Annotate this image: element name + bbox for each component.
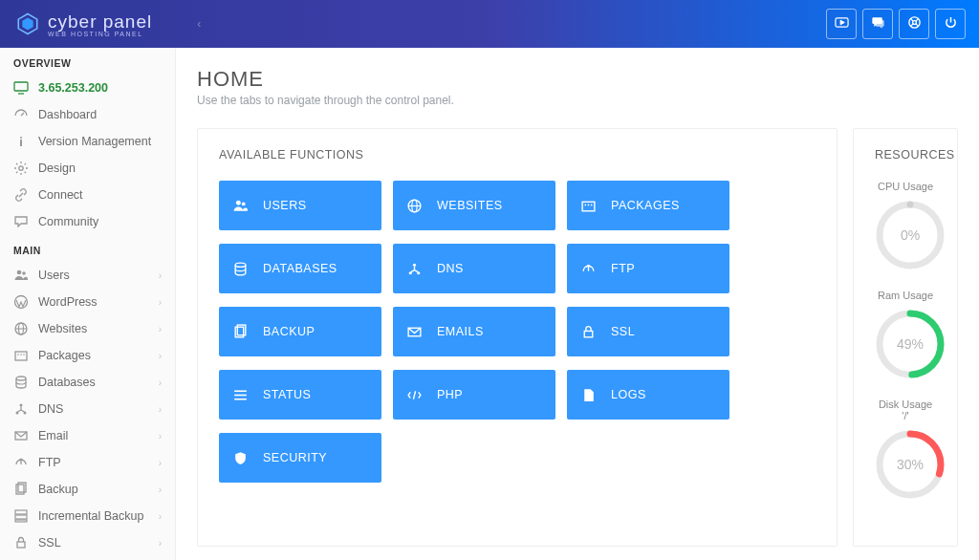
gauge-label: Ram Usage [875, 290, 936, 301]
power-button[interactable] [935, 9, 966, 39]
function-tile-backup[interactable]: BACKUP [219, 307, 381, 356]
sidebar-item-label: Databases [38, 376, 96, 389]
sidebar-item-label: Dashboard [38, 108, 97, 121]
svg-point-45 [591, 204, 593, 205]
function-tile-users[interactable]: USERS [219, 181, 381, 230]
svg-point-46 [235, 263, 246, 267]
function-tile-logs[interactable]: LOGS [567, 370, 729, 420]
sidebar-item-email[interactable]: Email› [0, 422, 175, 449]
chat-button[interactable] [862, 9, 893, 39]
sidebar-item-websites[interactable]: Websites› [0, 315, 175, 342]
sidebar-item-users[interactable]: Users› [0, 262, 175, 289]
svg-marker-3 [840, 20, 844, 25]
svg-point-43 [584, 204, 586, 205]
page-title: HOME [197, 67, 958, 92]
chevron-right-icon: › [159, 377, 162, 388]
function-tile-packages[interactable]: PACKAGES [567, 181, 729, 230]
sidebar-item-design[interactable]: Design [0, 155, 175, 182]
sidebar-item-version-management[interactable]: Version Management [0, 128, 175, 155]
function-tile-label: BACKUP [263, 325, 315, 338]
sidebar-item-databases[interactable]: Databases› [0, 369, 175, 396]
chevron-right-icon: › [159, 270, 162, 281]
function-tile-security[interactable]: SECURITY [219, 433, 381, 483]
backup-icon [13, 482, 29, 497]
support-button[interactable] [899, 9, 929, 39]
chevron-right-icon: › [159, 538, 162, 549]
support-icon [907, 15, 922, 32]
svg-rect-33 [15, 510, 27, 514]
sidebar-item-ssl[interactable]: SSL› [0, 529, 175, 556]
globe-icon [406, 198, 425, 214]
svg-point-23 [17, 354, 19, 355]
svg-point-13 [20, 137, 22, 139]
svg-line-6 [910, 18, 913, 21]
resources-heading: RESOURCES [875, 148, 936, 162]
sidebar-item-label: DNS [38, 402, 63, 416]
svg-line-9 [915, 24, 918, 27]
sidebar-item-label: 3.65.253.200 [38, 81, 108, 95]
sidebar-item-wordpress[interactable]: WordPress› [0, 289, 175, 315]
chat-icon [871, 15, 885, 32]
function-tile-emails[interactable]: EMAILS [393, 307, 555, 356]
sidebar-item-dns[interactable]: DNS› [0, 396, 175, 422]
sidebar-item-packages[interactable]: Packages› [0, 342, 175, 369]
chevron-right-icon: › [159, 297, 162, 308]
brand-logo-icon [15, 11, 40, 36]
function-tile-php[interactable]: PHP [393, 370, 555, 420]
svg-rect-36 [17, 542, 25, 548]
database-icon [13, 375, 29, 390]
function-tile-label: PHP [437, 388, 463, 401]
ftp-icon [13, 455, 29, 470]
function-tile-ssl[interactable]: SSL [567, 307, 729, 356]
svg-rect-53 [584, 331, 593, 336]
svg-point-29 [20, 404, 23, 407]
dns-icon [13, 401, 29, 417]
chat-icon [13, 214, 29, 229]
info-icon [13, 134, 29, 149]
sidebar-item-ftp[interactable]: FTP› [0, 449, 175, 476]
sidebar-item-3-65-253-200[interactable]: 3.65.253.200 [0, 75, 175, 101]
ssl-icon [580, 324, 599, 340]
page-subtitle: Use the tabs to navigate through the con… [197, 94, 958, 107]
brand-tagline: WEB HOSTING PANEL [48, 31, 152, 37]
sidebar-item-label: Connect [38, 188, 83, 202]
sidebar-item-label: Incremental Backup [38, 509, 143, 523]
sidebar: OVERVIEW3.65.253.200DashboardVersion Man… [0, 48, 176, 560]
sidebar-item-connect[interactable]: Connect [0, 182, 175, 208]
function-tile-ftp[interactable]: FTP [567, 244, 729, 293]
function-tile-status[interactable]: STATUS [219, 370, 381, 420]
youtube-icon [835, 15, 849, 32]
gear-icon [13, 161, 29, 176]
sidebar-item-community[interactable]: Community [0, 208, 175, 235]
ftp-icon [580, 261, 599, 277]
status-icon [232, 387, 251, 403]
svg-line-8 [910, 24, 913, 27]
chevron-right-icon: › [159, 404, 162, 415]
youtube-button[interactable] [826, 9, 857, 39]
brand[interactable]: cyber panel WEB HOSTING PANEL ‹ [0, 11, 204, 37]
sidebar-item-backup[interactable]: Backup› [0, 476, 175, 503]
sidebar-item-dashboard[interactable]: Dashboard [0, 101, 175, 128]
sidebar-item-incremental-backup[interactable]: Incremental Backup› [0, 503, 175, 529]
database-icon [232, 261, 251, 277]
email-icon [13, 428, 29, 443]
svg-marker-1 [22, 18, 33, 31]
svg-rect-14 [20, 140, 22, 146]
gauge-value: 30% [875, 429, 946, 500]
sidebar-item-label: Email [38, 429, 68, 442]
sidebar-item-label: WordPress [38, 295, 98, 309]
topbar-actions [826, 9, 966, 39]
function-tile-label: LOGS [611, 388, 646, 401]
svg-point-16 [17, 270, 22, 275]
function-tile-databases[interactable]: DATABASES [219, 244, 381, 293]
function-tile-dns[interactable]: DNS [393, 244, 555, 293]
resources-card: RESOURCES CPU Usage0%Ram Usage49%Disk Us… [853, 128, 958, 547]
chevron-right-icon: › [159, 485, 162, 495]
chevron-right-icon: › [159, 458, 162, 468]
svg-rect-35 [15, 520, 27, 522]
sidebar-item-label: Packages [38, 349, 91, 362]
function-tile-websites[interactable]: WEBSITES [393, 181, 555, 230]
sidebar-item-label: Backup [38, 483, 78, 496]
function-tile-label: FTP [611, 262, 635, 275]
sidebar-collapse-button[interactable]: ‹ [194, 19, 204, 29]
